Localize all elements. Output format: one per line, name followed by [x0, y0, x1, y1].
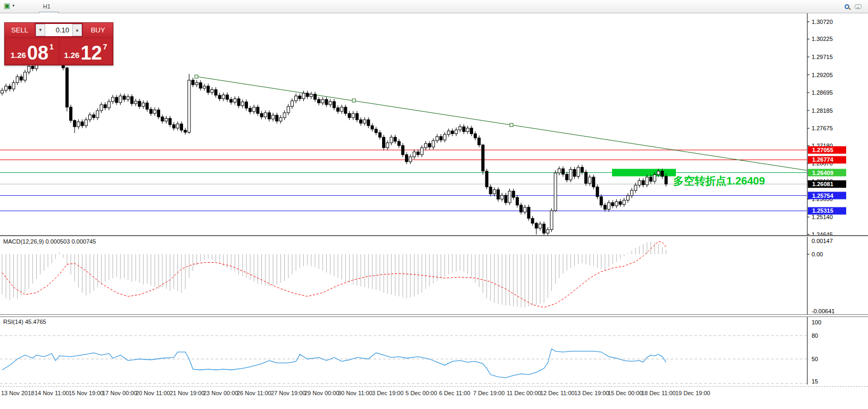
buy-price-tile[interactable]: 1.26 12 7	[60, 38, 112, 64]
candle-body	[146, 103, 148, 110]
support-line-1-axis-label-text: 1.25754	[812, 193, 834, 199]
rsi-axis-label: 15	[812, 378, 818, 385]
buy-button[interactable]: BUY	[83, 23, 113, 37]
candle-body	[600, 197, 602, 205]
toolbar-right	[845, 4, 867, 9]
price-axis-tick-label: 1.29205	[812, 72, 833, 78]
candle-body	[592, 177, 595, 187]
price-axis-tick-label: 1.28185	[812, 107, 833, 114]
candle-body	[24, 72, 27, 80]
candle-body	[313, 94, 316, 99]
candle-body	[234, 99, 236, 103]
candle-body	[88, 115, 91, 120]
candle-body	[264, 113, 267, 117]
time-axis-label: 13 Nov 2018	[1, 390, 34, 396]
candle-body	[520, 205, 523, 212]
time-axis-label: 3 Dec 19:00	[372, 390, 403, 396]
candle-body	[222, 95, 225, 98]
candle-body	[192, 80, 194, 85]
time-axis-label: 18 Dec 11:00	[641, 390, 676, 396]
rsi-pane: 100805015RSI(14) 45.4765	[0, 317, 868, 385]
candle-body	[386, 143, 389, 148]
candle-body	[543, 224, 545, 233]
volume-decrease-button[interactable]: ▼	[36, 24, 45, 36]
candle-body	[318, 99, 320, 103]
candle-body	[638, 181, 641, 186]
candle-body	[417, 152, 419, 155]
candle-body	[214, 90, 217, 96]
candle-body	[432, 141, 435, 147]
candle-body	[378, 132, 381, 137]
sell-price-tile[interactable]: 1.26 08 1	[6, 38, 59, 64]
candle-body	[363, 120, 366, 123]
candle-body	[443, 135, 446, 140]
time-axis-separator	[0, 386, 868, 387]
time-axis-label: 30 Nov 11:00	[338, 390, 373, 396]
candle-body	[253, 107, 255, 112]
chart-background	[0, 13, 868, 236]
dropdown-caret-icon[interactable]: ▾	[12, 3, 14, 8]
candle-body	[199, 82, 202, 88]
candle-body	[237, 99, 240, 106]
candle-body	[516, 197, 518, 205]
candle-body	[172, 124, 175, 128]
candle-body	[302, 93, 305, 99]
candle-body	[279, 118, 282, 121]
buy-price-point: 7	[103, 39, 107, 51]
candle-body	[287, 106, 290, 113]
macd-pane: 0.001470.00-0.00641MACD(12,26,9) 0.00050…	[0, 237, 868, 314]
candle-body	[161, 117, 164, 121]
candle-body	[283, 113, 286, 118]
candle-body	[321, 99, 324, 103]
candle-body	[561, 169, 564, 174]
candle-body	[96, 111, 99, 118]
candle-body	[455, 130, 458, 133]
timeframe-button-h1[interactable]: H1	[39, 1, 59, 12]
candle-body	[611, 203, 614, 206]
time-axis-label: 17 Nov 00:00	[102, 390, 137, 396]
candle-body	[550, 211, 553, 230]
search-icon[interactable]	[845, 4, 849, 9]
macd-axis-label: -0.00641	[812, 308, 834, 314]
time-axis-label: 23 Nov 00:00	[203, 390, 238, 396]
time-axis-label: 21 Nov 19:00	[170, 390, 204, 396]
trading-platform-window: 单◆●自动交易║▮∿⊕⊖▦⇥⇤▣▾◷▾▧▾➤┼│─╱✎E≣FAT⇅▾ M1M5M…	[0, 0, 868, 409]
candle-body	[646, 177, 648, 185]
chat-icon[interactable]	[855, 4, 862, 9]
volume-input[interactable]: 0.10	[45, 24, 72, 36]
time-axis-label: 6 Dec 11:00	[439, 390, 470, 396]
candle-body	[585, 172, 588, 183]
time-axis-label: 15 Nov 19:00	[69, 390, 103, 396]
candle-body	[352, 113, 354, 118]
time-axis-label: 7 Dec 19:00	[473, 390, 505, 396]
rsi-background	[0, 317, 868, 385]
candle-body	[604, 205, 606, 210]
candle-body	[420, 148, 423, 155]
sell-button[interactable]: SELL	[5, 23, 35, 37]
candle-body	[81, 122, 84, 126]
candle-body	[478, 138, 481, 145]
candle-body	[497, 190, 500, 199]
candle-body	[73, 120, 76, 127]
time-axis-label: 20 Nov 11:00	[136, 390, 170, 396]
candle-body	[359, 120, 362, 123]
candle-body	[626, 196, 629, 201]
trendline-handle[interactable]	[510, 123, 513, 127]
trendline-handle[interactable]	[352, 99, 356, 102]
candle-body	[615, 202, 618, 206]
candle-body	[260, 113, 263, 117]
candle-body	[104, 105, 106, 108]
price-axis-tick-label: 1.27675	[812, 125, 833, 131]
candle-body	[100, 105, 103, 111]
one-click-trading-panel: SELL ▼ 0.10 ▲ BUY 1.26 08 1 1.26 12 7	[4, 22, 113, 65]
candle-body	[123, 96, 126, 99]
trendline-handle[interactable]	[195, 75, 198, 78]
volume-increase-button[interactable]: ▲	[72, 24, 82, 36]
buy-price-base: 1.26	[64, 51, 79, 60]
candle-body	[577, 168, 580, 177]
candle-body	[356, 113, 358, 120]
time-axis-labels: 13 Nov 201814 Nov 11:0015 Nov 19:0017 No…	[0, 390, 868, 398]
candle-body	[505, 195, 507, 203]
new-chart-button[interactable]: ▣▾	[1, 0, 38, 11]
candle-body	[608, 203, 610, 210]
